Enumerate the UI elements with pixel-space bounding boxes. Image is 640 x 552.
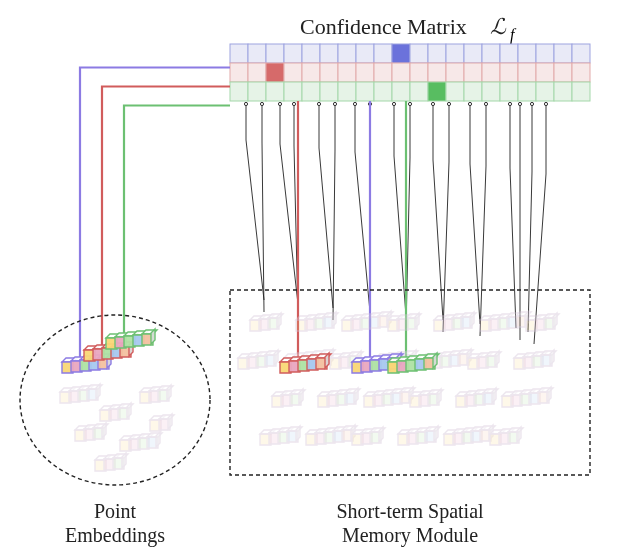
embedding-prism — [150, 414, 174, 431]
embedding-prism — [238, 350, 280, 369]
matrix-cell — [392, 44, 410, 63]
matrix-cell — [266, 82, 284, 101]
connector-node — [447, 102, 450, 105]
connector-node — [333, 102, 336, 105]
matrix-cell — [500, 63, 518, 82]
matrix-cell — [482, 63, 500, 82]
memory-label-1: Short-term Spatial — [336, 500, 484, 523]
matrix-cell — [356, 82, 374, 101]
connector-thin — [394, 102, 406, 316]
connector-node — [260, 102, 263, 105]
matrix-cell — [482, 82, 500, 101]
matrix-cell — [572, 44, 590, 63]
matrix-cell — [500, 44, 518, 63]
embedding-prism — [434, 312, 476, 331]
matrix-cell — [302, 63, 320, 82]
matrix-cell — [536, 63, 554, 82]
title-symbol: ℒ — [490, 14, 507, 39]
connector-node — [484, 102, 487, 105]
matrix-cell — [572, 63, 590, 82]
embedding-prism — [468, 351, 501, 369]
connector-thin — [333, 102, 335, 320]
matrix-cell — [230, 63, 248, 82]
matrix-cell — [230, 44, 248, 63]
embedding-prism — [502, 387, 553, 407]
matrix-cell — [320, 44, 338, 63]
matrix-cell — [374, 82, 392, 101]
matrix-cell — [284, 82, 302, 101]
matrix-cell — [410, 82, 428, 101]
connector-thin — [443, 102, 449, 332]
matrix-cell — [464, 63, 482, 82]
embedding-prism — [260, 426, 302, 445]
title-text: Confidence Matrix — [300, 14, 467, 39]
matrix-cell — [500, 82, 518, 101]
connector-thin — [510, 102, 516, 328]
connector-thin — [246, 102, 264, 300]
embedding-prism — [318, 388, 360, 407]
matrix-cell — [248, 63, 266, 82]
matrix-cell — [302, 82, 320, 101]
embedding-prism — [250, 313, 283, 331]
matrix-cell — [320, 63, 338, 82]
connector-node — [530, 102, 533, 105]
embedding-prism — [100, 403, 133, 421]
title-symbol-sub: f — [510, 26, 517, 44]
matrix-cell — [464, 82, 482, 101]
connector-thin — [319, 102, 333, 308]
connector-thin — [355, 102, 370, 312]
point-embeddings-label-1: Point — [94, 500, 137, 522]
embedding-prism — [456, 388, 498, 407]
matrix-cell — [230, 82, 248, 101]
matrix-cell — [338, 63, 356, 82]
connector-node — [317, 102, 320, 105]
matrix-cell — [536, 44, 554, 63]
connector-thin — [262, 102, 264, 312]
matrix-cell — [266, 44, 284, 63]
matrix-cell — [266, 63, 284, 82]
embedding-prism — [95, 453, 128, 471]
matrix-cell — [320, 82, 338, 101]
embedding-prism — [398, 426, 440, 445]
matrix-cell — [464, 44, 482, 63]
embedding-prism — [140, 385, 173, 403]
matrix-cell — [446, 63, 464, 82]
figure: Confidence Matrix ℒ f Point Embeddings S… — [0, 0, 640, 552]
confidence-matrix — [230, 44, 590, 101]
connector-node — [518, 102, 521, 105]
connector-node — [508, 102, 511, 105]
matrix-cell — [374, 44, 392, 63]
embedding-prism — [444, 425, 495, 445]
embedding-prism — [272, 389, 305, 407]
matrix-cell — [284, 63, 302, 82]
embedding-prism — [60, 384, 102, 403]
matrix-cell — [410, 44, 428, 63]
matrix-cell — [428, 44, 446, 63]
matrix-cell — [428, 82, 446, 101]
point-embeddings-label-2: Embeddings — [65, 524, 165, 547]
embedding-prism — [480, 311, 531, 331]
matrix-cell — [392, 63, 410, 82]
matrix-cell — [374, 63, 392, 82]
matrix-cell — [284, 44, 302, 63]
embedding-prism — [514, 350, 556, 369]
embedding-prism — [120, 432, 162, 451]
matrix-cell — [356, 44, 374, 63]
memory-label-2: Memory Module — [342, 524, 478, 547]
connector-thin — [528, 102, 532, 332]
matrix-cell — [338, 82, 356, 101]
matrix-cell — [248, 44, 266, 63]
connector-node — [244, 102, 247, 105]
matrix-cell — [518, 44, 536, 63]
connector-node — [392, 102, 395, 105]
embedding-prism — [490, 427, 523, 445]
embedding-prism — [75, 423, 108, 441]
connector-node — [278, 102, 281, 105]
matrix-cell — [248, 82, 266, 101]
matrix-cell — [518, 63, 536, 82]
matrix-cell — [554, 82, 572, 101]
connector-thin — [480, 102, 486, 336]
matrix-cell — [482, 44, 500, 63]
matrix-cell — [554, 63, 572, 82]
connector-node — [408, 102, 411, 105]
